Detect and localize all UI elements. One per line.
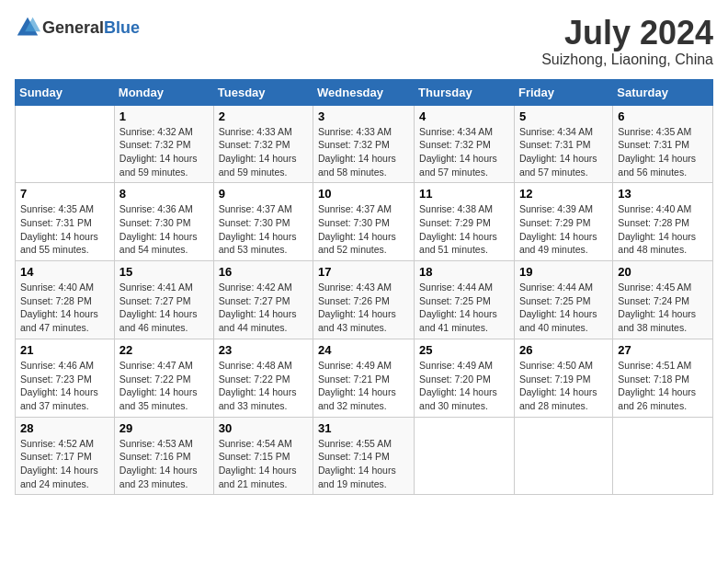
- day-number: 12: [519, 187, 608, 201]
- day-of-week-header: Tuesday: [213, 79, 313, 105]
- day-of-week-header: Monday: [114, 79, 213, 105]
- calendar-cell: 7Sunrise: 4:35 AM Sunset: 7:31 PM Daylig…: [16, 183, 115, 261]
- title-block: July 2024 Suizhong, Liaoning, China: [541, 15, 713, 68]
- day-info: Sunrise: 4:44 AM Sunset: 7:25 PM Dayligh…: [419, 281, 509, 335]
- calendar-cell: 14Sunrise: 4:40 AM Sunset: 7:28 PM Dayli…: [16, 261, 115, 339]
- day-number: 17: [318, 265, 409, 279]
- day-info: Sunrise: 4:45 AM Sunset: 7:24 PM Dayligh…: [618, 281, 708, 335]
- day-number: 6: [618, 109, 708, 123]
- logo-general-text: General: [42, 18, 104, 37]
- calendar-cell: 17Sunrise: 4:43 AM Sunset: 7:26 PM Dayli…: [313, 261, 415, 339]
- day-info: Sunrise: 4:54 AM Sunset: 7:15 PM Dayligh…: [219, 437, 308, 491]
- day-number: 27: [618, 343, 708, 357]
- day-number: 28: [20, 421, 109, 435]
- calendar-cell: [514, 417, 612, 495]
- day-number: 21: [20, 343, 109, 357]
- calendar-cell: 21Sunrise: 4:46 AM Sunset: 7:23 PM Dayli…: [16, 339, 115, 417]
- calendar-cell: 27Sunrise: 4:51 AM Sunset: 7:18 PM Dayli…: [613, 339, 713, 417]
- day-number: 1: [119, 109, 209, 123]
- day-number: 15: [119, 265, 209, 279]
- day-info: Sunrise: 4:52 AM Sunset: 7:17 PM Dayligh…: [20, 437, 109, 491]
- calendar-cell: 12Sunrise: 4:39 AM Sunset: 7:29 PM Dayli…: [514, 183, 612, 261]
- calendar-body: 1Sunrise: 4:32 AM Sunset: 7:32 PM Daylig…: [16, 105, 713, 495]
- day-info: Sunrise: 4:40 AM Sunset: 7:28 PM Dayligh…: [20, 281, 109, 335]
- day-number: 29: [119, 421, 209, 435]
- day-of-week-header: Friday: [514, 79, 612, 105]
- calendar-cell: 4Sunrise: 4:34 AM Sunset: 7:32 PM Daylig…: [415, 105, 515, 183]
- day-info: Sunrise: 4:37 AM Sunset: 7:30 PM Dayligh…: [318, 202, 409, 257]
- day-number: 2: [219, 109, 308, 123]
- day-number: 22: [119, 343, 209, 357]
- day-info: Sunrise: 4:49 AM Sunset: 7:20 PM Dayligh…: [419, 359, 509, 413]
- day-of-week-header: Thursday: [415, 79, 515, 105]
- day-info: Sunrise: 4:43 AM Sunset: 7:26 PM Dayligh…: [318, 281, 409, 335]
- calendar-table: SundayMondayTuesdayWednesdayThursdayFrid…: [15, 79, 713, 496]
- day-number: 13: [618, 187, 708, 201]
- day-number: 9: [219, 187, 308, 201]
- calendar-cell: 5Sunrise: 4:34 AM Sunset: 7:31 PM Daylig…: [514, 105, 612, 183]
- day-info: Sunrise: 4:39 AM Sunset: 7:29 PM Dayligh…: [519, 202, 608, 257]
- calendar-week-row: 14Sunrise: 4:40 AM Sunset: 7:28 PM Dayli…: [16, 261, 713, 339]
- day-number: 10: [318, 187, 409, 201]
- day-number: 20: [618, 265, 708, 279]
- day-number: 5: [519, 109, 608, 123]
- day-number: 31: [318, 421, 409, 435]
- calendar-header: SundayMondayTuesdayWednesdayThursdayFrid…: [16, 79, 713, 105]
- day-number: 8: [119, 187, 209, 201]
- day-number: 4: [419, 109, 509, 123]
- day-info: Sunrise: 4:47 AM Sunset: 7:22 PM Dayligh…: [119, 359, 209, 413]
- calendar-cell: 19Sunrise: 4:44 AM Sunset: 7:25 PM Dayli…: [514, 261, 612, 339]
- day-number: 23: [219, 343, 308, 357]
- day-number: 11: [419, 187, 509, 201]
- logo-icon: [15, 15, 40, 40]
- page-header: GeneralBlue July 2024 Suizhong, Liaoning…: [15, 15, 713, 68]
- calendar-cell: 15Sunrise: 4:41 AM Sunset: 7:27 PM Dayli…: [114, 261, 213, 339]
- calendar-week-row: 28Sunrise: 4:52 AM Sunset: 7:17 PM Dayli…: [16, 417, 713, 495]
- calendar-cell: 18Sunrise: 4:44 AM Sunset: 7:25 PM Dayli…: [415, 261, 515, 339]
- calendar-week-row: 1Sunrise: 4:32 AM Sunset: 7:32 PM Daylig…: [16, 105, 713, 183]
- calendar-cell: 31Sunrise: 4:55 AM Sunset: 7:14 PM Dayli…: [313, 417, 415, 495]
- day-info: Sunrise: 4:42 AM Sunset: 7:27 PM Dayligh…: [219, 281, 308, 335]
- day-number: 26: [519, 343, 608, 357]
- day-info: Sunrise: 4:35 AM Sunset: 7:31 PM Dayligh…: [618, 125, 708, 179]
- day-number: 24: [318, 343, 409, 357]
- day-info: Sunrise: 4:37 AM Sunset: 7:30 PM Dayligh…: [219, 202, 308, 257]
- header-row: SundayMondayTuesdayWednesdayThursdayFrid…: [16, 79, 713, 105]
- calendar-cell: 20Sunrise: 4:45 AM Sunset: 7:24 PM Dayli…: [613, 261, 713, 339]
- day-info: Sunrise: 4:53 AM Sunset: 7:16 PM Dayligh…: [119, 437, 209, 491]
- day-info: Sunrise: 4:34 AM Sunset: 7:32 PM Dayligh…: [419, 125, 509, 179]
- day-info: Sunrise: 4:55 AM Sunset: 7:14 PM Dayligh…: [318, 437, 409, 491]
- calendar-cell: [613, 417, 713, 495]
- day-info: Sunrise: 4:34 AM Sunset: 7:31 PM Dayligh…: [519, 125, 608, 179]
- day-of-week-header: Wednesday: [313, 79, 415, 105]
- calendar-cell: 1Sunrise: 4:32 AM Sunset: 7:32 PM Daylig…: [114, 105, 213, 183]
- calendar-cell: 30Sunrise: 4:54 AM Sunset: 7:15 PM Dayli…: [213, 417, 313, 495]
- day-number: 19: [519, 265, 608, 279]
- month-title: July 2024: [541, 15, 713, 52]
- calendar-cell: 22Sunrise: 4:47 AM Sunset: 7:22 PM Dayli…: [114, 339, 213, 417]
- calendar-cell: [16, 105, 115, 183]
- calendar-week-row: 7Sunrise: 4:35 AM Sunset: 7:31 PM Daylig…: [16, 183, 713, 261]
- day-number: 16: [219, 265, 308, 279]
- day-number: 18: [419, 265, 509, 279]
- day-number: 14: [20, 265, 109, 279]
- calendar-cell: 2Sunrise: 4:33 AM Sunset: 7:32 PM Daylig…: [213, 105, 313, 183]
- day-number: 30: [219, 421, 308, 435]
- logo-blue-text: Blue: [104, 18, 140, 37]
- calendar-cell: 8Sunrise: 4:36 AM Sunset: 7:30 PM Daylig…: [114, 183, 213, 261]
- day-of-week-header: Sunday: [16, 79, 115, 105]
- calendar-cell: 11Sunrise: 4:38 AM Sunset: 7:29 PM Dayli…: [415, 183, 515, 261]
- day-info: Sunrise: 4:44 AM Sunset: 7:25 PM Dayligh…: [519, 281, 608, 335]
- calendar-cell: 3Sunrise: 4:33 AM Sunset: 7:32 PM Daylig…: [313, 105, 415, 183]
- calendar-cell: 10Sunrise: 4:37 AM Sunset: 7:30 PM Dayli…: [313, 183, 415, 261]
- calendar-cell: 13Sunrise: 4:40 AM Sunset: 7:28 PM Dayli…: [613, 183, 713, 261]
- location-title: Suizhong, Liaoning, China: [541, 52, 713, 68]
- day-info: Sunrise: 4:46 AM Sunset: 7:23 PM Dayligh…: [20, 359, 109, 413]
- day-info: Sunrise: 4:48 AM Sunset: 7:22 PM Dayligh…: [219, 359, 308, 413]
- calendar-cell: 16Sunrise: 4:42 AM Sunset: 7:27 PM Dayli…: [213, 261, 313, 339]
- calendar-cell: 23Sunrise: 4:48 AM Sunset: 7:22 PM Dayli…: [213, 339, 313, 417]
- day-of-week-header: Saturday: [613, 79, 713, 105]
- day-info: Sunrise: 4:40 AM Sunset: 7:28 PM Dayligh…: [618, 202, 708, 257]
- day-info: Sunrise: 4:33 AM Sunset: 7:32 PM Dayligh…: [318, 125, 409, 179]
- calendar-cell: 25Sunrise: 4:49 AM Sunset: 7:20 PM Dayli…: [415, 339, 515, 417]
